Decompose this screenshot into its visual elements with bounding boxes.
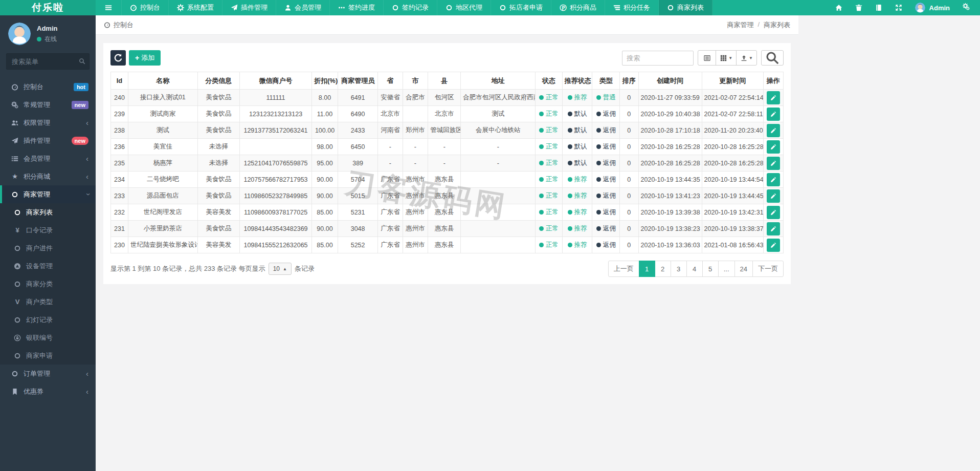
top-nav-会员管理[interactable]: 会员管理: [276, 0, 330, 15]
menu-toggle-button[interactable]: [96, 0, 122, 15]
cell-address: 合肥市包河区人民政府西南: [461, 90, 536, 106]
column-header-id[interactable]: Id: [111, 72, 128, 90]
sidebar-item-幻灯记录[interactable]: 幻灯记录: [0, 311, 96, 329]
sidebar-item-口令记录[interactable]: ¥口令记录: [0, 221, 96, 239]
page-button-3[interactable]: 3: [671, 261, 687, 277]
top-nav-插件管理[interactable]: 插件管理: [222, 0, 276, 15]
cell-category: 美食饮品: [197, 90, 239, 106]
edit-button[interactable]: [767, 189, 780, 203]
sidebar-item-商家申请[interactable]: 商家申请: [0, 347, 96, 365]
sidebar-item-插件管理[interactable]: 插件管理new: [0, 132, 96, 149]
top-nav-签约记录[interactable]: 签约记录: [384, 0, 437, 15]
edit-button[interactable]: [767, 124, 780, 137]
column-header-sort[interactable]: 排序: [619, 72, 638, 90]
cell-recommend: 推荐: [562, 172, 592, 188]
column-header-action[interactable]: 操作: [763, 72, 783, 90]
cell-status: 正常: [536, 204, 562, 221]
log-icon[interactable]: [875, 4, 882, 11]
top-nav-积分任务[interactable]: 积分任务: [605, 0, 659, 15]
edit-button[interactable]: [767, 239, 780, 252]
page-button-1[interactable]: 1: [639, 261, 655, 277]
column-header-city[interactable]: 市: [403, 72, 428, 90]
sidebar-item-商家分类[interactable]: 商家分类: [0, 275, 96, 293]
brand-logo[interactable]: 付乐啦: [0, 0, 96, 15]
fullscreen-icon[interactable]: [895, 4, 902, 11]
home-icon[interactable]: [835, 4, 842, 11]
next-page-button[interactable]: 下一页: [752, 261, 784, 277]
top-nav-商家列表[interactable]: 商家列表: [659, 0, 712, 15]
cell-province: -: [378, 139, 403, 155]
sidebar-item-商户类型[interactable]: V商户类型: [0, 293, 96, 311]
column-header-type[interactable]: 类型: [592, 72, 620, 90]
column-header-status[interactable]: 状态: [536, 72, 562, 90]
sidebar-item-积分商城[interactable]: ★积分商城‹: [0, 167, 96, 185]
breadcrumb-section[interactable]: 商家管理: [727, 20, 753, 30]
top-nav-系统配置[interactable]: 系统配置: [169, 0, 222, 15]
column-header-discount[interactable]: 折扣(%): [312, 72, 338, 90]
avatar[interactable]: [8, 23, 31, 45]
columns-button[interactable]: ▼: [716, 50, 737, 66]
sidebar-item-权限管理[interactable]: 权限管理‹: [0, 114, 96, 132]
settings-icon[interactable]: [963, 3, 970, 10]
sidebar-item-商家列表[interactable]: 商家列表: [0, 203, 96, 221]
page-button-24[interactable]: 24: [734, 261, 753, 277]
breadcrumb-home[interactable]: 控制台: [114, 20, 133, 30]
column-header-address[interactable]: 地址: [461, 72, 536, 90]
top-nav-积分商品[interactable]: Ⓟ积分商品: [551, 0, 605, 15]
top-nav-地区代理[interactable]: 地区代理: [437, 0, 491, 15]
sidebar-item-商家管理[interactable]: 商家管理‹: [0, 185, 96, 203]
export-button[interactable]: ▼: [736, 50, 757, 66]
sidebar-item-常规管理[interactable]: 常规管理new: [0, 96, 96, 114]
page-button-5[interactable]: 5: [702, 261, 719, 277]
sidebar-item-优惠券[interactable]: 优惠券‹: [0, 382, 96, 400]
edit-button[interactable]: [767, 173, 780, 186]
column-header-county[interactable]: 县: [428, 72, 461, 90]
edit-button[interactable]: [767, 140, 780, 154]
top-nav-拓店者申请[interactable]: 拓店者申请: [491, 0, 551, 15]
column-header-wechat[interactable]: 微信商户号: [240, 72, 312, 90]
edit-button[interactable]: [767, 157, 780, 170]
page-size-select[interactable]: 10 ▲: [269, 263, 292, 275]
column-header-province[interactable]: 省: [378, 72, 403, 90]
column-header-category[interactable]: 分类信息: [197, 72, 239, 90]
plane-icon: [231, 4, 238, 11]
sidebar-item-会员管理[interactable]: 会员管理‹: [0, 149, 96, 167]
edit-button[interactable]: [767, 91, 780, 104]
topbar-user[interactable]: Admin: [915, 3, 950, 13]
trash-icon[interactable]: [855, 4, 862, 11]
top-nav-签约进度[interactable]: 签约进度: [330, 0, 384, 15]
column-header-created[interactable]: 创建时间: [638, 72, 702, 90]
column-header-name[interactable]: 名称: [128, 72, 197, 90]
column-header-recommend[interactable]: 推荐状态: [562, 72, 592, 90]
table-search-input[interactable]: [622, 51, 694, 66]
status-dot-icon: [568, 144, 572, 149]
column-header-manager[interactable]: 商家管理员: [338, 72, 377, 90]
edit-button[interactable]: [767, 222, 780, 236]
top-nav-控制台[interactable]: 控制台: [122, 0, 169, 15]
cell-address: -: [461, 139, 536, 155]
edit-button[interactable]: [767, 108, 780, 121]
table-row: 230世纪陆壹捌美妆形象设计店美容美发10984155521263206585.…: [111, 237, 784, 253]
table-row: 239测试商家美食饮品12312321321312311.006490北京市北京…: [111, 106, 784, 122]
sidebar-item-label: 幻灯记录: [26, 315, 53, 325]
page-button-2[interactable]: 2: [655, 261, 671, 277]
prev-page-button[interactable]: 上一页: [608, 261, 639, 277]
sidebar-item-订单管理[interactable]: 订单管理‹: [0, 365, 96, 382]
add-button[interactable]: + 添加: [129, 50, 161, 66]
circle-icon: [14, 245, 21, 252]
column-header-updated[interactable]: 更新时间: [702, 72, 763, 90]
cell-manager: 5704: [338, 172, 377, 188]
page-button-4[interactable]: 4: [686, 261, 703, 277]
sidebar-item-商户进件[interactable]: 商户进件: [0, 239, 96, 257]
page-ellipsis[interactable]: ...: [718, 261, 735, 277]
detail-view-button[interactable]: [698, 50, 716, 66]
sidebar-item-控制台[interactable]: 控制台hot: [0, 78, 96, 96]
search-button[interactable]: [761, 50, 784, 66]
table-row: 233源品面包店美食饮品11098605232784998590.005015广…: [111, 188, 784, 204]
status-label: 默认: [574, 159, 587, 166]
sidebar-item-设备管理[interactable]: 设备管理: [0, 257, 96, 275]
edit-button[interactable]: [767, 206, 780, 219]
sidebar-item-银联编号[interactable]: 银联编号: [0, 329, 96, 347]
sidebar-search-input[interactable]: [6, 53, 90, 70]
refresh-button[interactable]: [110, 50, 126, 66]
